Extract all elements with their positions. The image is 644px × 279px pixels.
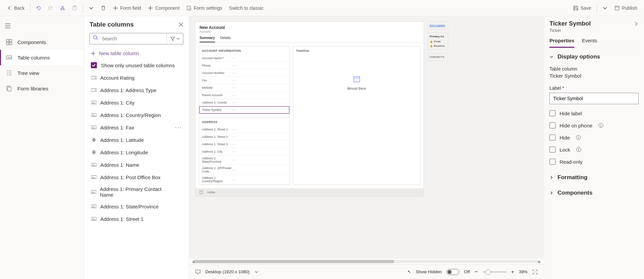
form-tab-summary[interactable]: Summary xyxy=(200,36,215,42)
form-field[interactable]: Address 1: State/Province --- xyxy=(199,155,289,165)
form-field[interactable]: Address 1: Country/Region --- xyxy=(199,175,289,185)
info-icon[interactable]: i xyxy=(576,147,581,152)
mini-card-error[interactable]: Error loading xyxy=(428,22,448,29)
form-field[interactable]: Address 1: Street 1 --- xyxy=(199,126,289,133)
back-button[interactable]: Back xyxy=(4,3,27,13)
switch-classic-button[interactable]: Switch to classic xyxy=(226,3,266,13)
column-label: Address 1: State/Province xyxy=(100,204,158,209)
column-item[interactable]: Abc Address 1: Country/Region ··· xyxy=(84,109,189,121)
column-item[interactable]: Abc Address 1: Name ··· xyxy=(84,159,189,171)
cut-button[interactable] xyxy=(57,3,68,13)
hide-checkbox[interactable]: Hide i xyxy=(549,134,639,141)
search-input[interactable] xyxy=(102,36,167,41)
field-value: --- xyxy=(232,108,236,112)
form-field[interactable]: Ticker Symbol --- xyxy=(199,106,289,114)
zoom-slider[interactable] xyxy=(483,271,506,273)
more-icon[interactable]: ··· xyxy=(175,124,182,131)
form-field[interactable]: Address 1: County --- xyxy=(199,99,289,106)
section-formatting[interactable]: Formatting xyxy=(549,169,639,184)
close-icon[interactable] xyxy=(179,22,183,27)
form-settings-button[interactable]: Form settings xyxy=(184,3,225,13)
field-value: --- xyxy=(232,168,235,171)
save-button[interactable]: Save xyxy=(570,3,594,13)
zoom-out-button[interactable]: − xyxy=(474,268,478,275)
section-account-info[interactable]: ACCOUNT INFORMATION Account Name* ---Pho… xyxy=(199,46,290,114)
form-field[interactable]: Address 1: City --- xyxy=(199,148,289,155)
column-type-icon: Abc xyxy=(91,112,97,118)
form-field[interactable]: Account Number --- xyxy=(199,69,289,77)
table-columns-panel: Table columns New table column Show only… xyxy=(84,16,189,279)
form-field[interactable]: Address 1: ZIP/Postal Code --- xyxy=(199,165,289,175)
column-type-icon xyxy=(91,75,97,81)
hamburger-button[interactable] xyxy=(0,22,84,34)
delete-button[interactable] xyxy=(98,3,109,13)
paste-dropdown[interactable] xyxy=(86,3,97,13)
form-field[interactable]: Fax --- xyxy=(199,77,289,84)
form-field-button[interactable]: Form field xyxy=(110,3,144,13)
hide-label-checkbox[interactable]: Hide label xyxy=(549,110,639,116)
readonly-checkbox[interactable]: Read-only xyxy=(549,159,639,165)
undo-button[interactable] xyxy=(33,3,44,13)
save-label: Save xyxy=(580,5,591,11)
chevron-down-icon[interactable] xyxy=(254,270,258,274)
mini-card-primary[interactable]: Primary Co 🔒 Email 🔒 Business xyxy=(428,33,448,50)
column-item[interactable]: Abc Address 1: Fax ··· xyxy=(84,121,189,134)
section-timeline[interactable]: Timeline Almost there xyxy=(293,46,420,185)
hide-phone-checkbox[interactable]: Hide on phone i xyxy=(549,122,639,128)
canvas-h-scrollbar[interactable]: ◀ ▶ xyxy=(189,259,544,264)
zoom-in-button[interactable]: + xyxy=(511,269,514,275)
show-hidden-toggle[interactable] xyxy=(446,269,459,275)
column-item[interactable]: Address 1: Address Type ··· xyxy=(84,84,189,96)
column-type-icon: Abc xyxy=(91,125,97,130)
show-unused-checkbox[interactable]: Show only unused table columns xyxy=(84,59,189,72)
column-list[interactable]: Account Rating ··· Address 1: Address Ty… xyxy=(84,72,189,279)
lock-checkbox[interactable]: Lock i xyxy=(549,147,639,153)
nav-table-columns[interactable]: Abc Table columns xyxy=(0,50,84,65)
form-field[interactable]: Phone --- xyxy=(199,62,289,69)
new-table-column-button[interactable]: New table column xyxy=(84,48,189,59)
info-icon[interactable]: i xyxy=(599,123,603,128)
column-item[interactable]: Abc Address 1: Post Office Box ··· xyxy=(84,171,189,184)
column-item[interactable]: Abc Address 1: Street 1 ··· xyxy=(84,213,189,225)
column-item[interactable]: Abc Address 1: City ··· xyxy=(84,96,189,109)
section-address[interactable]: ADDRESS Address 1: Street 1 ---Address 1… xyxy=(199,117,290,185)
filter-button[interactable] xyxy=(167,33,183,44)
column-item[interactable]: Abc Address 1: Primary Contact Name ··· xyxy=(84,184,189,200)
nav-form-libraries[interactable]: Form libraries xyxy=(0,81,84,96)
field-label: Address 1: State/Province xyxy=(202,157,232,163)
section-components[interactable]: Components xyxy=(549,184,639,200)
form-field[interactable]: Address 1: Street 3 --- xyxy=(199,141,289,148)
form-field[interactable]: Address 1: Street 2 --- xyxy=(199,133,289,141)
component-button[interactable]: Component xyxy=(145,3,182,13)
save-dropdown[interactable] xyxy=(600,3,610,13)
label-input[interactable] xyxy=(549,93,639,104)
chevron-right-icon[interactable] xyxy=(634,22,639,26)
svg-rect-9 xyxy=(6,42,9,45)
publish-button[interactable]: Publish xyxy=(612,3,640,13)
svg-rect-36 xyxy=(354,77,360,82)
column-item[interactable]: Address 1: Longitude ··· xyxy=(84,146,189,159)
display-options-label: Display options xyxy=(558,53,600,60)
section-display-options[interactable]: Display options xyxy=(549,48,639,64)
mini-card-contacts[interactable]: CONTACTS xyxy=(428,53,448,61)
form-field[interactable]: Parent Account --- xyxy=(199,91,289,99)
column-item[interactable]: Account Rating ··· xyxy=(84,72,189,84)
tab-properties[interactable]: Properties xyxy=(549,38,574,48)
form-field[interactable]: Account Name* --- xyxy=(199,54,289,62)
field-value: --- xyxy=(232,150,235,153)
tab-events[interactable]: Events xyxy=(582,38,597,48)
form-preview[interactable]: New Account Account Summary Details ACCO… xyxy=(195,22,424,197)
error-loading-link[interactable]: Error loading xyxy=(430,24,445,27)
desktop-icon xyxy=(195,270,201,274)
column-item[interactable]: Address 1: Latitude ··· xyxy=(84,134,189,146)
info-icon[interactable]: i xyxy=(576,135,581,140)
column-item[interactable]: Abc Address 1: State/Province ··· xyxy=(84,200,189,213)
nav-tree-view[interactable]: Tree view xyxy=(0,65,84,81)
search-icon xyxy=(90,35,102,42)
nav-components[interactable]: Components xyxy=(0,34,84,50)
form-tab-details[interactable]: Details xyxy=(220,36,231,42)
search-box[interactable] xyxy=(90,33,183,44)
fit-icon[interactable] xyxy=(532,269,538,275)
viewport-label[interactable]: Desktop (1920 x 1080) xyxy=(205,269,250,274)
form-field[interactable]: Website --- xyxy=(199,84,289,91)
